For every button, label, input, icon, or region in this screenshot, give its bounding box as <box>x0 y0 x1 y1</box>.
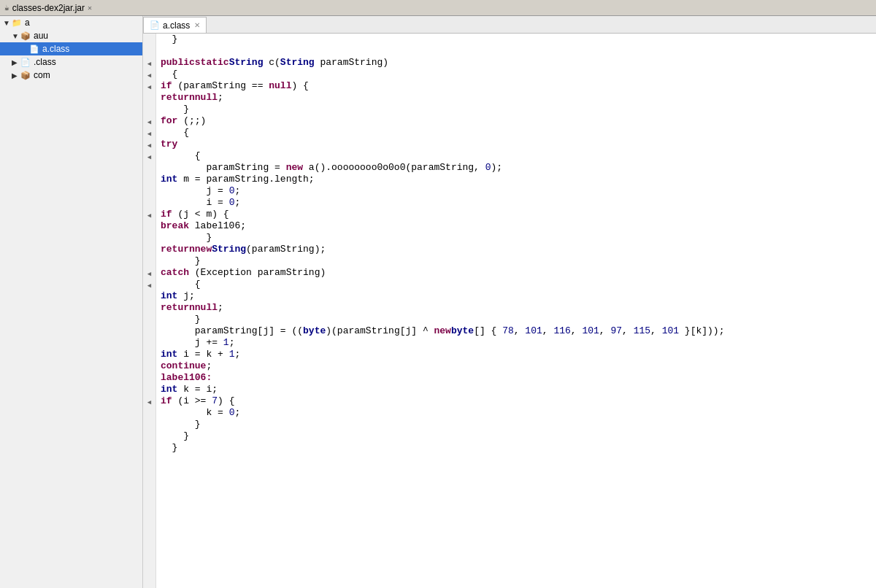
code-line: } <box>156 442 876 454</box>
gutter-arrow-25 <box>143 327 156 339</box>
gutter-arrow-5 <box>143 93 156 105</box>
code-line <box>156 45 876 57</box>
gutter-arrow-17 <box>143 233 156 245</box>
code-line: return null; <box>156 302 876 314</box>
gutter-arrow-9[interactable]: ◀ <box>143 140 156 152</box>
sidebar-item-aclass-label: a.class <box>42 44 69 54</box>
gutter-arrow-27 <box>143 350 156 362</box>
gutter-arrow-23 <box>143 303 156 315</box>
tab-aclass[interactable]: 📄 a.class ✕ <box>143 17 207 33</box>
gutter-arrow-15[interactable]: ◀ <box>143 210 156 222</box>
gutter-arrow-10[interactable]: ◀ <box>143 152 156 163</box>
code-line: label106: <box>156 372 876 384</box>
code-line: } <box>156 255 876 267</box>
code-line: { <box>156 69 876 80</box>
code-gutter: ◀◀◀◀◀◀◀◀◀◀◀ <box>143 34 156 588</box>
gutter-arrow-34 <box>143 432 156 444</box>
class-icon-dotclass: 📄 <box>20 58 32 67</box>
code-line: paramString = new a().oooooooo0o0o0(para… <box>156 162 876 174</box>
code-line: public static String c(String paramStrin… <box>156 57 876 69</box>
code-line: int m = paramString.length; <box>156 174 876 185</box>
package-icon-com: 📦 <box>20 71 32 80</box>
sidebar-item-com[interactable]: ▶ 📦 com <box>0 69 142 82</box>
code-line: } <box>156 104 876 115</box>
code-line: paramString[j] = ((byte)(paramString[j] … <box>156 325 876 337</box>
gutter-arrow-7[interactable]: ◀ <box>143 117 156 128</box>
main-layout: ▼ 📁 a ▼ 📦 auu 📄 a.class ▶ 📄 .class ▶ 📦 c… <box>0 16 876 588</box>
code-line: for (;;) <box>156 115 876 127</box>
code-line: { <box>156 150 876 162</box>
tab-bar: 📄 a.class ✕ <box>143 16 876 34</box>
sidebar-item-auu-label: auu <box>34 31 48 41</box>
code-line: if (paramString == null) { <box>156 80 876 92</box>
title-bar-icon: ☕ <box>4 3 9 12</box>
code-line: } <box>156 430 876 442</box>
sidebar-item-com-label: com <box>34 70 50 80</box>
gutter-arrow-6 <box>143 105 156 117</box>
gutter-arrow-35 <box>143 444 156 455</box>
gutter-arrow-19 <box>143 257 156 268</box>
gutter-arrow-33 <box>143 420 156 432</box>
code-line: j = 0; <box>156 185 876 197</box>
code-line: } <box>156 34 876 45</box>
gutter-arrow-3[interactable]: ◀ <box>143 70 156 82</box>
code-line: int k = i; <box>156 384 876 395</box>
package-icon-auu: 📦 <box>20 31 32 41</box>
gutter-arrow-4[interactable]: ◀ <box>143 82 156 93</box>
gutter-arrow-1 <box>143 47 156 58</box>
editor-area: 📄 a.class ✕ ◀◀◀◀◀◀◀◀◀◀◀ } public static … <box>143 16 876 588</box>
code-line: if (i >= 7) { <box>156 395 876 407</box>
gutter-arrow-0 <box>143 35 156 47</box>
gutter-arrow-12 <box>143 175 156 187</box>
title-bar-label: classes-dex2jar.jar <box>12 3 85 13</box>
tab-label: a.class <box>163 20 190 31</box>
expand-arrow-a: ▼ <box>3 19 12 27</box>
expand-arrow-auu: ▼ <box>12 32 20 40</box>
title-bar: ☕ classes-dex2jar.jar ✕ <box>0 0 876 16</box>
gutter-arrow-26 <box>143 339 156 350</box>
code-line: return new String(paramString); <box>156 244 876 255</box>
gutter-arrow-16 <box>143 222 156 233</box>
gutter-arrow-22 <box>143 292 156 303</box>
code-editor[interactable]: } public static String c(String paramStr… <box>156 34 876 588</box>
gutter-arrow-20[interactable]: ◀ <box>143 268 156 280</box>
folder-icon-a: 📁 <box>12 18 23 28</box>
expand-arrow-dotclass: ▶ <box>12 58 20 66</box>
gutter-arrow-8[interactable]: ◀ <box>143 128 156 140</box>
code-line: continue; <box>156 360 876 372</box>
gutter-arrow-32 <box>143 409 156 420</box>
code-line: } <box>156 314 876 325</box>
tab-icon: 📄 <box>150 20 160 30</box>
code-line: j += 1; <box>156 337 876 349</box>
gutter-arrow-28 <box>143 362 156 374</box>
code-line: catch (Exception paramString) <box>156 267 876 279</box>
sidebar-item-dotclass-label: .class <box>34 57 56 67</box>
sidebar-item-a-label: a <box>25 18 30 28</box>
code-line: } <box>156 419 876 430</box>
gutter-arrow-29 <box>143 374 156 385</box>
gutter-arrow-21[interactable]: ◀ <box>143 280 156 292</box>
gutter-arrow-14 <box>143 198 156 210</box>
sidebar-item-auu[interactable]: ▼ 📦 auu <box>0 29 142 42</box>
code-line: break label106; <box>156 220 876 232</box>
title-bar-close[interactable]: ✕ <box>88 4 92 12</box>
gutter-arrow-18 <box>143 245 156 257</box>
gutter-arrow-2[interactable]: ◀ <box>143 58 156 70</box>
code-line: return null; <box>156 92 876 104</box>
gutter-arrow-13 <box>143 187 156 198</box>
code-line: k = 0; <box>156 407 876 419</box>
expand-arrow-com: ▶ <box>12 71 20 80</box>
code-line: { <box>156 127 876 139</box>
tab-close-button[interactable]: ✕ <box>194 21 200 29</box>
sidebar-item-dotclass[interactable]: ▶ 📄 .class <box>0 55 142 69</box>
code-line: } <box>156 232 876 244</box>
gutter-arrow-30 <box>143 385 156 397</box>
class-icon-aclass: 📄 <box>29 45 41 54</box>
code-container[interactable]: ◀◀◀◀◀◀◀◀◀◀◀ } public static String c(Str… <box>143 34 876 588</box>
sidebar-item-aclass[interactable]: 📄 a.class <box>0 42 142 55</box>
code-line: i = 0; <box>156 197 876 209</box>
gutter-arrow-31[interactable]: ◀ <box>143 397 156 409</box>
sidebar-item-a[interactable]: ▼ 📁 a <box>0 16 142 29</box>
sidebar: ▼ 📁 a ▼ 📦 auu 📄 a.class ▶ 📄 .class ▶ 📦 c… <box>0 16 143 588</box>
code-line: try <box>156 139 876 150</box>
